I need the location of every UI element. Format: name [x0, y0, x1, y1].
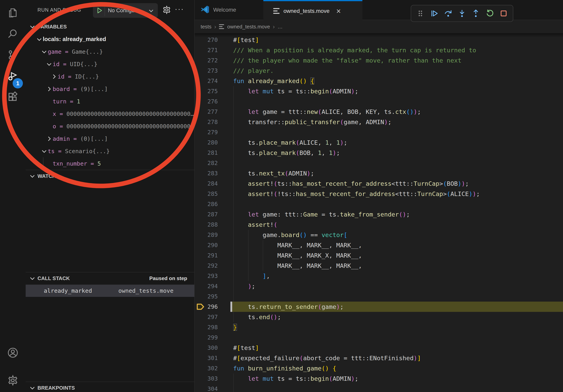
code-line[interactable]: 279 [195, 127, 563, 137]
line-number[interactable]: 284 [195, 178, 218, 189]
source-control-icon[interactable] [7, 49, 19, 61]
line-number[interactable]: 299 [195, 332, 218, 343]
code-line[interactable]: 296 ts.return_to_sender(game); [195, 301, 563, 312]
line-number[interactable]: 294 [195, 281, 218, 291]
line-number[interactable]: 292 [195, 261, 218, 271]
variable-row[interactable]: board = (9)[...] [26, 83, 194, 95]
line-number[interactable]: 272 [195, 55, 218, 65]
code-line[interactable]: 297 ts.end(); [195, 312, 563, 322]
breakpoints-section-header[interactable]: BREAKPOINTS [26, 382, 194, 392]
breadcrumb-item[interactable]: tests [201, 24, 211, 30]
code-line[interactable]: 272/// the player who made the "false" m… [195, 55, 563, 65]
close-tab-icon[interactable]: × [336, 1, 341, 21]
variable-row[interactable]: o = 000000000000000000000000000000000000… [26, 120, 194, 132]
code-area[interactable]: 270#[test]271/// When a position is alre… [195, 33, 563, 392]
more-actions-icon[interactable]: ··· [175, 0, 184, 20]
code-line[interactable]: 276 [195, 96, 563, 107]
call-stack-section-header[interactable]: CALL STACK Paused on step [26, 272, 194, 284]
variables-section-header[interactable]: VARIABLES [26, 21, 194, 33]
variable-row[interactable]: admin = (0)[...] [26, 132, 194, 145]
variable-row[interactable]: turn = 1 [26, 95, 194, 108]
line-number[interactable]: 280 [195, 137, 218, 148]
variable-row[interactable]: game = Game{...} [26, 45, 194, 58]
line-number[interactable]: 301 [195, 353, 218, 363]
line-number[interactable]: 286 [195, 199, 218, 209]
line-number[interactable]: 290 [195, 240, 218, 250]
line-number[interactable]: 289 [195, 230, 218, 240]
line-number[interactable]: 275 [195, 86, 218, 96]
line-number[interactable]: 304 [195, 384, 218, 392]
code-line[interactable]: 299 [195, 332, 563, 343]
account-icon[interactable] [7, 347, 19, 358]
breadcrumb-item[interactable]: owned_tests.move [227, 24, 270, 30]
line-number[interactable]: 271 [195, 45, 218, 55]
code-line[interactable]: 293 ], [195, 271, 563, 281]
line-number[interactable]: 274 [195, 76, 218, 86]
code-line[interactable]: 275 let mut ts = ts::begin(ADMIN); [195, 86, 563, 96]
code-line[interactable]: 286 [195, 199, 563, 209]
step-over-button[interactable] [444, 9, 453, 18]
explorer-icon[interactable] [7, 7, 19, 18]
code-line[interactable]: 301#[expected_failure(abort_code = ttt::… [195, 353, 563, 363]
line-number[interactable]: 277 [195, 107, 218, 117]
code-line[interactable]: 270#[test] [195, 35, 563, 45]
tab-owned-tests-move[interactable]: owned_tests.move × [263, 0, 362, 21]
call-stack-frame-row[interactable]: already_marked owned_tests.move [26, 285, 194, 297]
line-number[interactable]: 281 [195, 148, 218, 158]
launch-config-dropdown[interactable]: No Configur [93, 3, 158, 18]
line-number[interactable]: 285 [195, 189, 218, 199]
code-line[interactable]: 282 [195, 158, 563, 168]
line-number[interactable]: 293 [195, 271, 218, 281]
extensions-icon[interactable] [7, 91, 19, 103]
drag-handle-icon[interactable] [416, 9, 425, 18]
variable-row[interactable]: id = UID{...} [26, 58, 194, 70]
line-number[interactable]: 298 [195, 322, 218, 332]
line-number[interactable]: 283 [195, 168, 218, 178]
line-number[interactable]: 287 [195, 209, 218, 220]
line-number[interactable]: 303 [195, 373, 218, 384]
code-line[interactable]: 290 MARK__, MARK__, MARK__, [195, 240, 563, 250]
line-number[interactable]: 297 [195, 312, 218, 322]
code-line[interactable]: 304 [195, 384, 563, 392]
line-number[interactable]: 273 [195, 65, 218, 76]
line-number[interactable]: 302 [195, 363, 218, 373]
code-line[interactable]: 284 assert!(ts::has_most_recent_for_addr… [195, 178, 563, 189]
restart-button[interactable] [485, 9, 494, 18]
stop-button[interactable] [499, 9, 508, 18]
line-number[interactable]: 279 [195, 127, 218, 137]
code-line[interactable]: 295 [195, 291, 563, 301]
continue-button[interactable] [430, 9, 439, 18]
variable-row[interactable]: id = ID{...} [26, 70, 194, 83]
line-number[interactable]: 278 [195, 117, 218, 127]
code-line[interactable]: 300#[test] [195, 343, 563, 353]
code-line[interactable]: 273/// player. [195, 65, 563, 76]
code-line[interactable]: 303 let mut ts = ts::begin(ADMIN); [195, 373, 563, 384]
code-line[interactable]: 280 ts.place_mark(ALICE, 1, 1); [195, 137, 563, 148]
debug-settings-gear-icon[interactable] [162, 5, 171, 14]
step-into-button[interactable] [458, 9, 467, 18]
code-line[interactable]: 278 transfer::public_transfer(game, ADMI… [195, 117, 563, 127]
settings-gear-icon[interactable] [7, 375, 19, 386]
code-line[interactable]: 283 ts.next_tx(ADMIN); [195, 168, 563, 178]
code-line[interactable]: 285 assert!(!ts::has_most_recent_for_add… [195, 189, 563, 199]
code-line[interactable]: 274fun already_marked() { [195, 76, 563, 86]
line-number[interactable]: 291 [195, 250, 218, 261]
line-number[interactable]: 276 [195, 96, 218, 107]
search-icon[interactable] [7, 28, 19, 39]
tab-welcome[interactable]: Welcome [195, 0, 264, 20]
watch-section-header[interactable]: WATCH [26, 170, 194, 182]
variable-row[interactable]: x = 000000000000000000000000000000000000… [26, 108, 194, 120]
line-number[interactable]: 282 [195, 158, 218, 168]
code-line[interactable]: 291 MARK__, MARK_X, MARK__, [195, 250, 563, 261]
code-line[interactable]: 281 ts.place_mark(BOB, 1, 1); [195, 148, 563, 158]
line-number[interactable]: 300 [195, 343, 218, 353]
code-line[interactable]: 288 assert!( [195, 220, 563, 230]
code-line[interactable]: 292 MARK__, MARK__, MARK__, [195, 261, 563, 271]
code-line[interactable]: 298} [195, 322, 563, 332]
step-out-button[interactable] [471, 9, 480, 18]
breadcrumb-item[interactable]: … [278, 24, 283, 30]
variable-row[interactable]: ts = Scenario{...} [26, 145, 194, 157]
line-number[interactable]: 288 [195, 220, 218, 230]
line-number[interactable]: 270 [195, 35, 218, 45]
start-debug-icon[interactable] [96, 7, 103, 14]
